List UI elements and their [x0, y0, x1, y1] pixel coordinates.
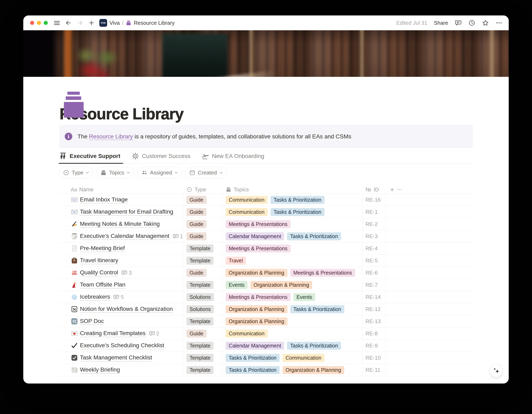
shuffle-icon: [71, 318, 78, 325]
comment-count: 5: [121, 294, 124, 300]
id-value: RE-1: [366, 209, 378, 215]
page-link[interactable]: Email Inbox Triage: [80, 196, 128, 204]
page-link[interactable]: Notion for Workflows & Organization: [80, 306, 173, 313]
comment-count-badge[interactable]: 5: [113, 294, 124, 300]
comment-icon: [173, 233, 179, 239]
comment-count: 1: [180, 233, 183, 239]
back-button[interactable]: [65, 19, 72, 26]
table-row[interactable]: Icebreakers 5 Solutions Meetings & Prese…: [59, 291, 473, 303]
page-link[interactable]: Pre-Meeting Brief: [80, 245, 125, 252]
tab-new-ea-onboarding[interactable]: New EA Onboarding: [201, 152, 264, 163]
updates-button[interactable]: [468, 19, 475, 26]
filter-assigned[interactable]: Assigned: [137, 167, 182, 178]
table-row[interactable]: E Email Inbox Triage Guide Communication…: [59, 194, 473, 206]
zoom-button[interactable]: [44, 21, 48, 25]
topics-cell: Organization & PlanningTasks & Prioritiz…: [223, 303, 362, 315]
page-link[interactable]: Quality Control: [80, 269, 118, 276]
notion-ai-button[interactable]: [490, 364, 503, 377]
table-options-button[interactable]: [396, 186, 403, 193]
close-button[interactable]: [30, 21, 34, 25]
comment-count-badge[interactable]: 2: [149, 330, 159, 337]
page-link[interactable]: Weekly Briefing: [80, 367, 120, 374]
page-link[interactable]: Team Offsite Plan: [80, 281, 125, 289]
column-header-name[interactable]: Aa Name: [59, 186, 183, 193]
bookshelf-photo: [23, 30, 509, 77]
comment-count-badge[interactable]: 1: [173, 233, 183, 239]
page-icon-archive[interactable]: [64, 92, 84, 118]
page-link[interactable]: SOP Doc: [80, 318, 104, 325]
id-value: RE-11: [366, 367, 380, 373]
tab-customer-success[interactable]: Customer Success: [132, 152, 190, 163]
archive-icon: [100, 169, 106, 176]
type-tag: Template: [186, 354, 213, 362]
add-property-button[interactable]: +: [390, 186, 394, 193]
page-link[interactable]: Creating Email Templates: [80, 330, 146, 337]
hamburger-icon: [54, 21, 60, 25]
tab-executive-support[interactable]: Executive Support: [59, 152, 120, 163]
filter-created[interactable]: Created: [185, 167, 227, 178]
archive-icon: [126, 20, 132, 26]
tab-label: Executive Support: [70, 153, 120, 160]
topics-cell: CommunicationTasks & Prioritization: [223, 194, 362, 206]
filter-topics[interactable]: Topics: [96, 167, 134, 178]
breadcrumb-page[interactable]: Resource Library: [134, 20, 174, 26]
workspace-logo[interactable]: VIVA: [99, 19, 107, 27]
type-tag: Guide: [186, 208, 207, 216]
table-row[interactable]: Pre-Meeting Brief Template Meetings & Pr…: [59, 242, 473, 254]
table-row[interactable]: Travel Itinerary Template Travel RE-5: [59, 254, 473, 267]
table-row[interactable]: 100 Quality Control 3 Guide Organization…: [59, 267, 473, 279]
topics-cell: Travel: [223, 254, 362, 266]
column-header-type[interactable]: Type: [183, 186, 223, 193]
select-property-icon: [186, 187, 192, 192]
column-header-topics[interactable]: Topics: [223, 186, 362, 193]
breadcrumb-workspace[interactable]: Viva: [109, 20, 120, 26]
email-icon: E: [71, 208, 78, 216]
filter-label: Type: [72, 169, 83, 176]
table-row[interactable]: Meeting Notes & Minute Taking Guide Meet…: [59, 218, 473, 230]
table-row[interactable]: Executive’s Calendar Management 1 Guide …: [59, 230, 473, 242]
page-link[interactable]: Travel Itinerary: [80, 257, 118, 264]
filter-type[interactable]: Type: [59, 167, 93, 178]
minimize-button[interactable]: [37, 21, 41, 25]
page-link[interactable]: Meeting Notes & Minute Taking: [80, 221, 160, 228]
forward-button[interactable]: [77, 19, 83, 26]
tab-label: Customer Success: [142, 153, 190, 160]
table-row[interactable]: Creating Email Templates 2 Guide Communi…: [59, 328, 473, 340]
table-row[interactable]: N Notion for Workflows & Organization So…: [59, 303, 473, 315]
column-header-id[interactable]: № ID: [362, 186, 386, 193]
sidebar-toggle-button[interactable]: [54, 19, 60, 26]
type-tag: Guide: [186, 269, 207, 277]
share-button[interactable]: Share: [434, 20, 448, 26]
new-page-button[interactable]: [88, 19, 95, 26]
table-row[interactable]: Task Management Checklist Template Tasks…: [59, 352, 473, 364]
ellipsis-icon: [396, 186, 403, 193]
traffic-lights: [30, 21, 48, 25]
page-link[interactable]: Executive’s Scheduling Checklist: [80, 342, 164, 349]
comment-count-badge[interactable]: 3: [121, 270, 132, 276]
svg-text:E: E: [74, 198, 75, 201]
chevron-down-icon: [219, 171, 223, 174]
page-link[interactable]: Executive’s Calendar Management: [80, 233, 169, 240]
page-link[interactable]: Icebreakers: [80, 293, 110, 301]
cover-image[interactable]: [23, 30, 509, 77]
page-title: Resource Library: [59, 106, 473, 122]
topics-cell: CommunicationTasks & Prioritization: [223, 206, 362, 218]
resource-library-link[interactable]: Resource Library: [89, 133, 133, 140]
table-row[interactable]: E Task Management for Email Drafting Gui…: [59, 206, 473, 218]
info-icon: i: [65, 133, 72, 140]
table-row[interactable]: Executive’s Scheduling Checklist Templat…: [59, 340, 473, 352]
type-tag: Guide: [186, 196, 207, 204]
more-options-button[interactable]: [495, 19, 503, 26]
checkbox-icon: [71, 354, 78, 361]
table-row[interactable]: SOP Doc Template Organization & Planning…: [59, 315, 473, 328]
topic-tag: Tasks & Prioritization: [290, 305, 344, 313]
clock-icon: [468, 19, 475, 26]
id-value: RE-7: [366, 282, 378, 288]
edited-timestamp: Edited Jul 31: [396, 20, 427, 26]
favorite-button[interactable]: [482, 19, 489, 26]
table-row[interactable]: Weekly Briefing Template Tasks & Priorit…: [59, 364, 473, 376]
comments-button[interactable]: [455, 19, 462, 26]
page-link[interactable]: Task Management for Email Drafting: [80, 208, 173, 216]
page-link[interactable]: Task Management Checklist: [80, 354, 152, 361]
table-row[interactable]: Team Offsite Plan Template EventsOrganiz…: [59, 279, 473, 291]
